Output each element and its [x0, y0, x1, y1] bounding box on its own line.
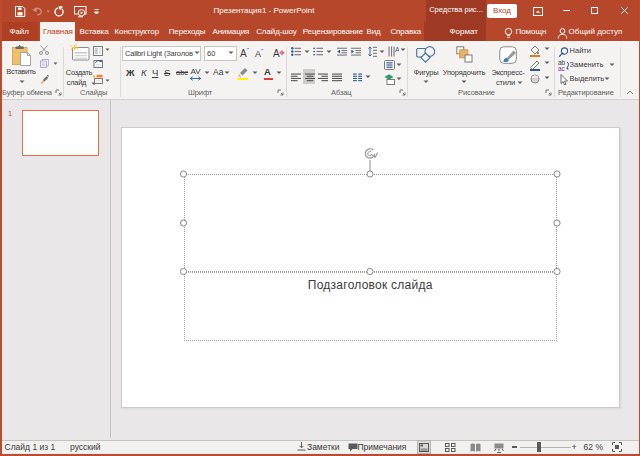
svg-text:A: A [273, 48, 280, 59]
svg-text:A: A [395, 46, 399, 53]
svg-text:ac: ac [558, 65, 566, 71]
